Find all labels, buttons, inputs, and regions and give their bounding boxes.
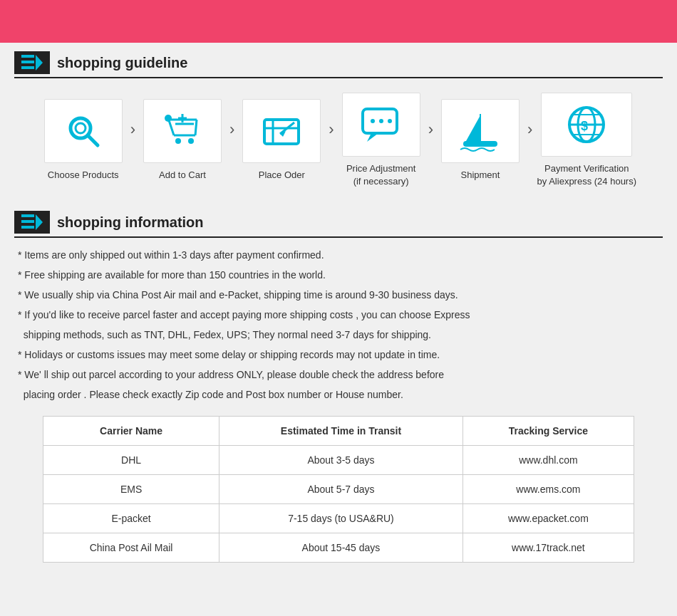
table-cell-carrier: E-packet [43, 504, 219, 533]
info-line-1: * Items are only shipped out within 1-3 … [18, 245, 663, 265]
step-label-price-adjustment: Price Adjustment(if necessary) [346, 162, 416, 188]
guideline-header-icon [14, 51, 50, 74]
info-line-3: * We usually ship via China Post Air mai… [18, 285, 663, 305]
shipping-table-wrap: Carrier Name Estimated Time in Transit T… [43, 416, 634, 563]
search-icon [62, 110, 105, 152]
cart-icon [161, 110, 204, 152]
guideline-title: shopping guideline [57, 55, 187, 71]
step-label-add-to-cart: Add to Cart [159, 169, 206, 182]
info-line-5: * Holidays or customs issues may meet so… [18, 345, 663, 365]
step-shipment: Shipment [438, 99, 523, 182]
svg-marker-27 [466, 115, 480, 141]
table-row: E-packet7-15 days (to USA&RU)www.epacket… [43, 504, 634, 533]
svg-marker-39 [36, 214, 43, 230]
information-header-icon [14, 211, 50, 234]
info-section: * Items are only shipped out within 1-3 … [14, 245, 663, 404]
step-icon-box-add-to-cart [143, 99, 222, 163]
svg-point-25 [379, 119, 383, 123]
step-icon-box-choose-products [44, 99, 123, 163]
information-header: shopping information [14, 211, 663, 238]
information-title: shopping information [57, 214, 204, 231]
table-header-tracking: Tracking Service [462, 417, 634, 446]
table-header-time: Estimated Time in Transit [219, 417, 463, 446]
step-icon-box-payment-verification: $ [541, 93, 632, 157]
step-payment-verification: $ Payment Verificationby Aliexpress (24 … [537, 93, 636, 188]
chat-icon [360, 103, 403, 146]
table-cell-tracking: www.dhl.com [462, 446, 634, 475]
step-icon-box-price-adjustment [342, 93, 420, 157]
table-cell-time: About 5-7 days [219, 475, 463, 504]
table-row: DHLAbout 3-5 dayswww.dhl.com [43, 446, 634, 475]
table-cell-time: About 15-45 days [219, 533, 463, 563]
stripes-icon-2 [21, 214, 43, 230]
svg-point-13 [175, 138, 181, 144]
step-price-adjustment: Price Adjustment(if necessary) [338, 93, 424, 188]
step-choose-products: Choose Products [41, 99, 126, 182]
svg-line-6 [88, 135, 98, 145]
table-row: EMSAbout 5-7 dayswww.ems.com [43, 475, 634, 504]
svg-rect-36 [21, 214, 34, 217]
info-line-2: * Free shipping are available for more t… [18, 265, 663, 285]
arrow-5: › [527, 120, 532, 139]
stripes-icon [21, 55, 43, 71]
svg-marker-3 [36, 55, 43, 71]
table-header-carrier: Carrier Name [43, 417, 219, 446]
step-label-payment-verification: Payment Verificationby Aliexpress (24 ho… [537, 162, 636, 188]
table-cell-carrier: DHL [43, 446, 219, 475]
guideline-header: shopping guideline [14, 51, 663, 78]
arrow-2: › [229, 120, 234, 139]
top-banner [0, 0, 677, 43]
svg-point-5 [76, 123, 86, 133]
boat-icon [459, 110, 502, 152]
svg-point-24 [371, 119, 375, 123]
svg-rect-38 [21, 226, 34, 229]
table-cell-carrier: China Post Ail Mail [43, 533, 219, 563]
steps-container: Choose Products › Add to Cart › [0, 85, 677, 202]
svg-rect-0 [21, 55, 34, 58]
step-label-shipment: Shipment [461, 169, 500, 182]
svg-rect-28 [463, 141, 497, 147]
globe-icon: $ [565, 103, 608, 146]
step-add-to-cart: Add to Cart [140, 99, 225, 182]
table-header-row: Carrier Name Estimated Time in Transit T… [43, 417, 634, 446]
step-place-order: Place Oder [239, 99, 324, 182]
info-line-6: * We' ll ship out parcel according to yo… [18, 365, 663, 404]
shipping-table: Carrier Name Estimated Time in Transit T… [43, 416, 634, 563]
svg-rect-37 [21, 220, 34, 223]
table-cell-tracking: www.ems.com [462, 475, 634, 504]
arrow-3: › [329, 120, 334, 139]
svg-line-12 [195, 120, 197, 135]
table-row: China Post Ail MailAbout 15-45 dayswww.1… [43, 533, 634, 563]
tag-icon [260, 110, 303, 152]
table-cell-tracking: www.17track.net [462, 533, 634, 563]
svg-point-26 [388, 119, 392, 123]
arrow-1: › [130, 120, 135, 139]
svg-rect-1 [21, 61, 34, 63]
svg-rect-2 [21, 66, 34, 69]
svg-line-8 [168, 118, 174, 135]
arrow-4: › [428, 120, 433, 139]
table-cell-carrier: EMS [43, 475, 219, 504]
table-cell-time: 7-15 days (to USA&RU) [219, 504, 463, 533]
table-cell-tracking: www.epacket.com [462, 504, 634, 533]
info-line-4: * If you'd like to receive parcel faster… [18, 305, 663, 345]
step-icon-box-shipment [441, 99, 520, 163]
table-cell-time: About 3-5 days [219, 446, 463, 475]
step-label-choose-products: Choose Products [48, 169, 119, 182]
svg-text:$: $ [581, 119, 588, 133]
svg-point-14 [188, 138, 194, 144]
step-label-place-order: Place Oder [259, 169, 305, 182]
step-icon-box-place-order [242, 99, 321, 163]
